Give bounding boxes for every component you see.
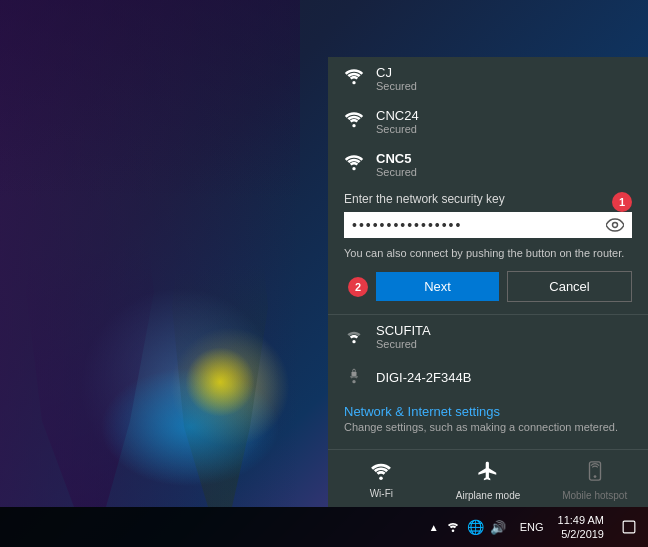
language-indicator[interactable]: ENG [516, 521, 548, 533]
network-cnc24-status: Secured [376, 123, 419, 135]
wifi-bottom-icon [370, 462, 392, 485]
wifi-signal-icon-digi [344, 366, 364, 388]
bottom-buttons: Wi-Fi Airplane mode Mobile hotspot [328, 449, 648, 507]
svg-rect-11 [623, 521, 635, 533]
network-cnc5-header[interactable]: CNC5 Secured [328, 143, 648, 186]
button-row: 2 Next Cancel [344, 271, 632, 302]
network-settings-desc: Change settings, such as making a connec… [344, 421, 632, 433]
network-cj-info: CJ Secured [376, 65, 417, 92]
network-scufita-status: Secured [376, 338, 431, 350]
taskbar: ▲ 🌐 🔊 ENG 11:49 AM 5/2/2019 [0, 507, 648, 547]
step2-badge: 2 [348, 277, 368, 297]
show-password-toggle[interactable] [598, 214, 632, 236]
security-key-label: Enter the network security key [344, 192, 505, 206]
notification-icon [622, 520, 636, 534]
hint-text: You can also connect by pushing the butt… [344, 246, 632, 261]
taskbar-clock[interactable]: 11:49 AM 5/2/2019 [552, 513, 610, 542]
svg-point-9 [593, 475, 596, 478]
wifi-signal-icon-cj [344, 67, 364, 89]
taskbar-date-value: 5/2/2019 [558, 527, 604, 541]
password-row [344, 212, 632, 238]
svg-point-4 [352, 340, 355, 343]
network-cj-name: CJ [376, 65, 417, 80]
svg-point-5 [352, 380, 355, 383]
svg-point-0 [352, 81, 355, 84]
tray-speaker-icon[interactable]: 🔊 [490, 520, 506, 535]
network-cnc5-info: CNC5 Secured [376, 151, 417, 178]
svg-point-3 [613, 222, 618, 227]
svg-rect-6 [352, 372, 357, 376]
cancel-button[interactable]: Cancel [507, 271, 632, 302]
taskbar-right: ▲ 🌐 🔊 ENG 11:49 AM 5/2/2019 [423, 512, 644, 542]
taskbar-time-value: 11:49 AM [558, 513, 604, 527]
svg-point-2 [352, 167, 355, 170]
network-scufita-name: SCUFITA [376, 323, 431, 338]
network-scufita[interactable]: SCUFITA Secured [328, 315, 648, 358]
bottom-section: Network & Internet settings Change setti… [328, 396, 648, 449]
mobile-hotspot-button[interactable]: Mobile hotspot [541, 454, 648, 507]
notification-center-button[interactable] [614, 512, 644, 542]
network-cnc5-section: CNC5 Secured Enter the network security … [328, 143, 648, 314]
wifi-bottom-label: Wi-Fi [370, 488, 393, 499]
security-key-section: Enter the network security key 1 You can… [328, 186, 648, 314]
network-settings-link[interactable]: Network & Internet settings [344, 404, 632, 419]
airplane-icon [477, 460, 499, 487]
svg-point-1 [352, 124, 355, 127]
network-cnc24-name: CNC24 [376, 108, 419, 123]
network-cnc5-status: Secured [376, 166, 417, 178]
tray-network-icon[interactable] [445, 519, 461, 535]
svg-point-7 [380, 476, 384, 480]
mobile-hotspot-label: Mobile hotspot [562, 490, 627, 501]
step1-badge: 1 [612, 192, 632, 212]
network-scufita-info: SCUFITA Secured [376, 323, 431, 350]
tray-icons: ▲ 🌐 🔊 [423, 519, 512, 535]
network-cnc24-info: CNC24 Secured [376, 108, 419, 135]
network-digi[interactable]: DIGI-24-2F344B [328, 358, 648, 396]
network-cnc5-name: CNC5 [376, 151, 417, 166]
wifi-signal-icon-cnc24 [344, 110, 364, 132]
svg-point-10 [451, 529, 454, 532]
network-cj-status: Secured [376, 80, 417, 92]
tray-up-arrow[interactable]: ▲ [429, 522, 439, 533]
wifi-toggle-button[interactable]: Wi-Fi [328, 454, 435, 507]
password-input[interactable] [344, 212, 598, 238]
network-cnc24[interactable]: CNC24 Secured [328, 100, 648, 143]
airplane-bottom-label: Airplane mode [456, 490, 520, 501]
next-button[interactable]: Next [376, 272, 499, 301]
eye-icon [606, 218, 624, 232]
mobile-hotspot-icon [585, 460, 605, 487]
wifi-signal-icon-scufita [344, 326, 364, 348]
network-digi-info: DIGI-24-2F344B [376, 370, 471, 385]
network-digi-name: DIGI-24-2F344B [376, 370, 471, 385]
airplane-mode-button[interactable]: Airplane mode [435, 454, 542, 507]
tray-globe-icon[interactable]: 🌐 [467, 519, 484, 535]
wifi-panel: CJ Secured CNC24 Secured [328, 57, 648, 507]
network-cj[interactable]: CJ Secured [328, 57, 648, 100]
wifi-signal-icon-cnc5 [344, 153, 364, 175]
step2-badge-row: 2 [344, 277, 368, 297]
